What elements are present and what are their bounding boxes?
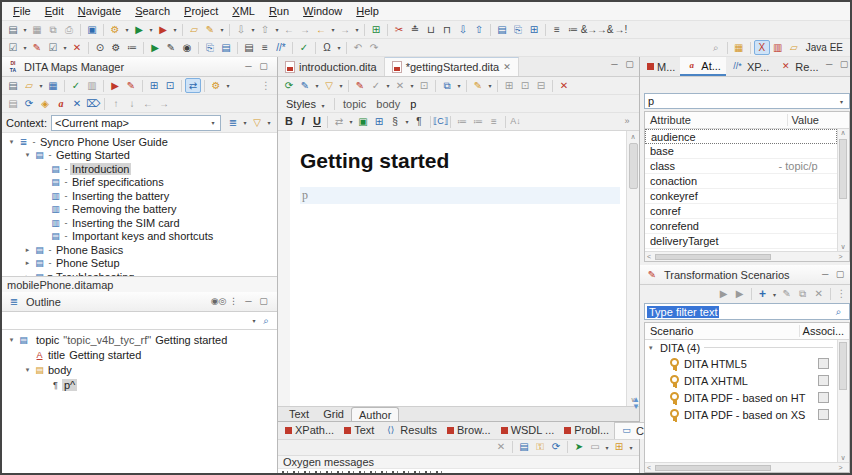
run-scenario-icon[interactable]: ▶ xyxy=(147,40,163,55)
save-map-icon[interactable]: ▦ xyxy=(45,78,61,93)
document-page[interactable]: Getting started p xyxy=(290,131,626,406)
spell-check-icon[interactable]: ✓ xyxy=(296,40,312,55)
attr-row-deliveryTarget[interactable]: deliveryTarget xyxy=(645,234,837,249)
breadcrumb-topic[interactable]: topic xyxy=(343,98,366,110)
link-dropdown-icon[interactable]: ▾ xyxy=(347,118,355,125)
editor-icon[interactable]: ▣ xyxy=(84,22,100,37)
validate-with-icon[interactable]: ☑ xyxy=(45,40,61,55)
edit-profiling-attributes-icon[interactable]: a xyxy=(53,96,69,111)
show-on-output-icon[interactable]: ⟳ xyxy=(548,440,564,455)
scrollbar-thumb[interactable] xyxy=(839,139,847,199)
move-up-icon[interactable]: ↑ xyxy=(108,96,124,111)
outline-body-row[interactable]: ▾ ▤ body xyxy=(2,362,277,377)
outline-menu-icon[interactable]: ⋮ xyxy=(228,294,239,309)
delete-reference-icon[interactable]: ✕ xyxy=(69,96,85,111)
outline-search-dropdown-icon[interactable]: ▾ xyxy=(250,317,258,324)
scrollbar-thumb[interactable] xyxy=(839,342,847,390)
tree-item-label[interactable]: Phone Basics xyxy=(54,244,125,256)
menu-help[interactable]: Help xyxy=(349,3,386,19)
attr-row-conaction[interactable]: conaction xyxy=(645,174,837,189)
tab-browser[interactable]: Brow... xyxy=(442,422,496,439)
highlight-icon[interactable]: ✎ xyxy=(470,78,486,93)
scroll-up-icon[interactable]: ∧ xyxy=(841,129,846,137)
tree-item-phone-setup[interactable]: ▸ ▤ - Phone Setup xyxy=(2,257,277,271)
minimize-maps-icon[interactable]: ─ xyxy=(243,59,254,74)
insert-image-icon[interactable]: ▣ xyxy=(355,114,371,129)
context-combo-arrow-icon[interactable]: ▾ xyxy=(209,119,217,126)
apply-map-transformation-icon[interactable]: ▶ xyxy=(107,78,123,93)
tree-item-label[interactable]: Inserting the SIM card xyxy=(70,217,182,229)
ordered-list-icon[interactable]: ≔ xyxy=(470,114,486,129)
debug-dropdown-icon[interactable]: ▾ xyxy=(171,26,179,33)
tree-item-inserting-sim[interactable]: ▥ - Inserting the SIM card xyxy=(2,216,277,230)
next-edit-dropdown-icon[interactable]: ▾ xyxy=(353,26,361,33)
edit-scenario-icon[interactable]: ✎ xyxy=(779,287,795,302)
escape-selection-icon[interactable]: &→ xyxy=(581,22,597,37)
tab-problems[interactable]: Probl... xyxy=(559,422,614,439)
menu-run[interactable]: Run xyxy=(262,3,296,19)
run-dropdown-icon[interactable]: ▾ xyxy=(147,26,155,33)
track-changes-icon[interactable]: ✎ xyxy=(352,78,368,93)
save-all-icon[interactable]: ⧉ xyxy=(45,22,61,37)
tab-results[interactable]: ⟨⟩Results xyxy=(379,422,442,439)
scroll-right-icon[interactable]: > xyxy=(839,464,847,471)
document-title[interactable]: Getting started xyxy=(300,149,620,173)
bold-icon[interactable]: B xyxy=(282,114,296,129)
check-references-icon[interactable]: ▤ xyxy=(218,40,234,55)
p-tag[interactable]: p^ xyxy=(62,379,77,391)
value-column-header[interactable]: Value xyxy=(787,114,849,126)
scroll-left-icon[interactable]: < xyxy=(647,253,655,260)
open-map-icon[interactable]: ▱ xyxy=(21,78,37,93)
move-down-icon[interactable]: ↓ xyxy=(124,96,140,111)
outline-search-icon[interactable]: ⌕ xyxy=(258,313,274,328)
body-tag[interactable]: body xyxy=(46,364,74,376)
mode-tab-author[interactable]: Author xyxy=(351,407,399,421)
scenario-filter-input[interactable]: Type filter text ⌕ xyxy=(644,303,850,320)
display-selected-console-icon[interactable]: ▭ xyxy=(587,440,603,455)
expanded-chevron-icon[interactable]: ▾ xyxy=(22,366,33,374)
copy-icon[interactable]: ⧉ xyxy=(439,78,455,93)
validate-map-icon[interactable]: ✓ xyxy=(68,78,84,93)
manage-reviews-icon[interactable]: ⊡ xyxy=(416,78,432,93)
accept-dropdown-icon[interactable]: ▾ xyxy=(384,82,392,89)
tab-introduction-dita[interactable]: introduction.dita xyxy=(278,57,385,76)
tab-xpath[interactable]: XPath... xyxy=(280,422,339,439)
search-toolbar-icon[interactable]: ⌕ xyxy=(708,40,724,55)
tree-item-label[interactable]: Important keys and shortcuts xyxy=(70,230,215,242)
outline-header[interactable]: ≣ Outline ◉◎ ⋮ ─ ▢ xyxy=(2,292,277,312)
database-perspective-icon[interactable]: ▱ xyxy=(786,40,802,55)
scenario-dita-xhtml[interactable]: DITA XHTML xyxy=(645,372,837,389)
maximize-editor-icon[interactable]: ▢ xyxy=(624,57,635,72)
refresh-icon[interactable]: ⟳ xyxy=(281,78,297,93)
outline-filter-icon[interactable]: ◉◎ xyxy=(213,294,224,309)
edit-properties-icon[interactable]: ◈ xyxy=(37,96,53,111)
export-dropdown-icon[interactable]: ▾ xyxy=(273,26,281,33)
tree-item-map-root[interactable]: ▾ ≣ - Syncro Phone User Guide xyxy=(2,135,277,149)
dita-maps-manager-header[interactable]: DITA DITA Maps Manager ─ ▢ xyxy=(2,57,277,77)
forward-location-icon[interactable]: → xyxy=(297,22,313,37)
promote-icon[interactable]: ← xyxy=(140,96,156,111)
record-macro-icon[interactable]: ◉ xyxy=(179,40,195,55)
open-map-dropdown-icon[interactable]: ▾ xyxy=(37,82,45,89)
tree-item-label[interactable]: Brief specifications xyxy=(70,176,166,188)
new-editor-window-icon[interactable]: ⊞ xyxy=(368,22,384,37)
reject-dropdown-icon[interactable]: ▾ xyxy=(408,82,416,89)
import-entities-icon[interactable]: ⇩ xyxy=(455,22,471,37)
minimize-editor-icon[interactable]: ─ xyxy=(609,57,620,72)
import-dropdown-icon[interactable]: ▾ xyxy=(249,26,257,33)
expanded-chevron-icon[interactable]: ▾ xyxy=(6,336,17,344)
join-elements-icon[interactable]: ⊔ xyxy=(423,22,439,37)
scroll-left-icon[interactable]: < xyxy=(647,464,655,471)
undo-icon[interactable]: ↶ xyxy=(350,40,366,55)
open-icon[interactable]: ▱ xyxy=(186,22,202,37)
config-dropdown-icon[interactable]: ▾ xyxy=(123,26,131,33)
element-combo-arrow-icon[interactable]: ▾ xyxy=(838,98,846,105)
insert-paragraph-icon[interactable]: ¶ xyxy=(411,114,427,129)
attr-row-audience[interactable]: audience xyxy=(645,129,837,144)
scroll-down-icon[interactable]: ∨ xyxy=(841,243,846,251)
menu-file[interactable]: File xyxy=(6,3,38,19)
maximize-maps-icon[interactable]: ▢ xyxy=(258,59,269,74)
wellformed-dropdown-icon[interactable]: ▾ xyxy=(21,44,29,51)
attr-row-conkeyref[interactable]: conkeyref xyxy=(645,189,837,204)
display-console-dropdown-icon[interactable]: ▾ xyxy=(603,444,611,451)
